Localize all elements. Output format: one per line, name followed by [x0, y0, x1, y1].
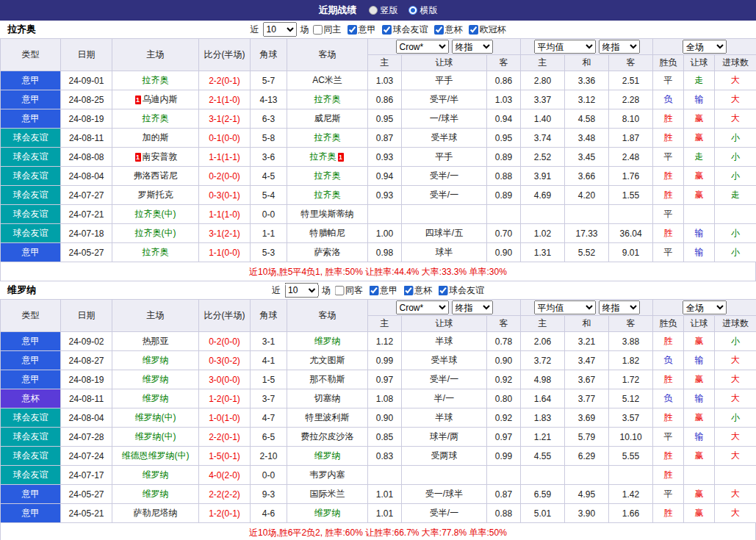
team-link[interactable]: 南安普敦 — [143, 151, 178, 162]
team-link[interactable]: 拉齐奥 — [143, 75, 169, 85]
match-score[interactable]: 0-2(0-0) — [199, 167, 251, 186]
team-link[interactable]: 拉齐奥 — [314, 132, 341, 143]
full-match-select[interactable]: 全场 — [683, 40, 727, 54]
match-score[interactable]: 2-1(1-0) — [199, 90, 251, 109]
team-link[interactable]: 维德恩维罗纳(中) — [122, 450, 190, 461]
match-score[interactable]: 2-2(0-1) — [199, 428, 251, 447]
filter-checkbox-champions-league[interactable]: 欧冠杯 — [469, 24, 506, 36]
home-team-cell[interactable]: 热那亚 — [112, 332, 199, 351]
checkbox-input[interactable] — [403, 286, 413, 295]
home-team-cell[interactable]: 维罗纳(中) — [112, 408, 199, 428]
match-score[interactable]: 1-5(0-1) — [199, 447, 251, 466]
away-team-cell[interactable]: 费拉尔皮沙洛 — [287, 428, 368, 447]
match-score[interactable]: 0-2(0-0) — [199, 332, 251, 351]
filter-checkbox-same-away[interactable]: 同客 — [334, 284, 363, 297]
team-link[interactable]: 维罗纳 — [143, 469, 169, 480]
team-link[interactable]: 切塞纳 — [314, 393, 341, 403]
away-team-cell[interactable]: 特里波利斯 — [287, 408, 368, 428]
home-team-cell[interactable]: 弗洛西诺尼 — [112, 167, 199, 186]
home-team-cell[interactable]: 萨勒尼塔纳 — [112, 504, 199, 523]
home-team-cell[interactable]: 拉齐奥(中) — [112, 205, 199, 224]
match-score[interactable]: 0-3(0-2) — [199, 351, 251, 370]
home-team-cell[interactable]: 维罗纳(中) — [112, 428, 199, 447]
match-score[interactable]: 2-2(0-1) — [199, 71, 251, 90]
avg-time-select[interactable]: 终指 — [599, 40, 640, 54]
away-team-cell[interactable]: 特里埃斯蒂纳 — [287, 205, 368, 224]
home-team-cell[interactable]: 拉齐奥(中) — [112, 224, 199, 243]
team-link[interactable]: 萨勒尼塔纳 — [134, 508, 178, 518]
match-count-select[interactable]: 10 — [263, 22, 297, 37]
odds-time-select[interactable]: 终指 — [452, 300, 493, 314]
team-link[interactable]: 维罗纳 — [143, 374, 169, 384]
filter-checkbox-coppa-italia[interactable]: 意杯 — [403, 284, 432, 297]
match-score[interactable]: 3-0(0-0) — [199, 370, 251, 389]
team-link[interactable]: 那不勒斯 — [310, 374, 345, 384]
home-team-cell[interactable]: 维罗纳 — [112, 370, 199, 389]
home-team-cell[interactable]: 1南安普敦 — [112, 148, 199, 167]
away-team-cell[interactable]: 那不勒斯 — [287, 370, 368, 389]
home-team-cell[interactable]: 1乌迪内斯 — [112, 90, 199, 109]
home-team-cell[interactable]: 拉齐奥 — [112, 109, 199, 129]
team-link[interactable]: 加的斯 — [143, 132, 169, 143]
team-link[interactable]: 特腊帕尼 — [310, 228, 345, 238]
home-team-cell[interactable]: 加的斯 — [112, 129, 199, 148]
odds-provider-select[interactable]: Crow* — [396, 300, 449, 314]
match-score[interactable]: 0-1(0-0) — [199, 129, 251, 148]
match-score[interactable]: 1-1(0-0) — [199, 243, 251, 262]
avg-time-select[interactable]: 终指 — [599, 300, 640, 314]
team-link[interactable]: 特里波利斯 — [306, 412, 350, 422]
team-link[interactable]: 拉齐奥(中) — [135, 209, 176, 219]
filter-checkbox-serie-a[interactable]: 意甲 — [369, 284, 397, 297]
team-link[interactable]: 拉齐奥 — [310, 151, 336, 162]
team-link[interactable]: 萨索洛 — [314, 247, 341, 257]
away-team-cell[interactable]: 拉齐奥1 — [287, 148, 368, 167]
away-team-cell[interactable]: 拉齐奥 — [287, 90, 368, 109]
team-link[interactable]: 热那亚 — [143, 336, 169, 346]
team-link[interactable]: 罗斯托克 — [138, 190, 173, 200]
team-link[interactable]: 维罗纳(中) — [135, 431, 176, 442]
checkbox-input[interactable] — [434, 25, 444, 35]
team-link[interactable]: 拉齐奥 — [314, 190, 341, 200]
match-score[interactable]: 3-1(2-1) — [199, 109, 251, 129]
home-team-cell[interactable]: 维罗纳 — [112, 466, 199, 485]
away-team-cell[interactable]: 威尼斯 — [287, 109, 368, 129]
team-link[interactable]: AC米兰 — [312, 75, 342, 85]
away-team-cell[interactable]: 拉齐奥 — [287, 167, 368, 186]
odds-provider-select[interactable]: Crow* — [396, 40, 449, 54]
away-team-cell[interactable]: 维罗纳 — [287, 447, 368, 466]
away-team-cell[interactable]: 拉齐奥 — [287, 186, 368, 205]
filter-checkbox-same-home[interactable]: 同主 — [313, 24, 342, 36]
team-link[interactable]: 维罗纳 — [143, 489, 169, 499]
match-score[interactable]: 1-1(1-1) — [199, 148, 251, 167]
match-score[interactable]: 3-1(2-1) — [199, 224, 251, 243]
full-match-select[interactable]: 全场 — [683, 300, 727, 314]
filter-checkbox-club-friendly[interactable]: 球会友谊 — [382, 24, 428, 36]
home-team-cell[interactable]: 维罗纳 — [112, 351, 199, 370]
team-link[interactable]: 乌迪内斯 — [143, 94, 178, 104]
away-team-cell[interactable]: 维罗纳 — [287, 504, 368, 523]
home-team-cell[interactable]: 拉齐奥 — [112, 243, 199, 262]
avg-odds-select[interactable]: 平均值 — [534, 40, 596, 54]
away-team-cell[interactable]: 韦罗内塞 — [287, 466, 368, 485]
home-team-cell[interactable]: 维德恩维罗纳(中) — [112, 447, 199, 466]
away-team-cell[interactable]: AC米兰 — [287, 71, 368, 90]
team-link[interactable]: 国际米兰 — [310, 489, 345, 499]
team-link[interactable]: 维罗纳 — [143, 355, 169, 365]
checkbox-input[interactable] — [313, 25, 323, 35]
team-link[interactable]: 维罗纳 — [314, 508, 341, 518]
home-team-cell[interactable]: 维罗纳 — [112, 389, 199, 408]
team-link[interactable]: 韦罗内塞 — [310, 469, 345, 480]
radio-vertical-layout[interactable]: 竖版 — [369, 4, 398, 17]
team-link[interactable]: 威尼斯 — [314, 113, 341, 123]
team-link[interactable]: 弗洛西诺尼 — [134, 170, 178, 181]
away-team-cell[interactable]: 维罗纳 — [287, 332, 368, 351]
team-link[interactable]: 拉齐奥 — [143, 247, 169, 257]
team-link[interactable]: 维罗纳 — [314, 450, 341, 461]
filter-checkbox-club-friendly[interactable]: 球会友谊 — [438, 284, 484, 297]
checkbox-input[interactable] — [369, 286, 378, 295]
checkbox-input[interactable] — [334, 286, 344, 295]
odds-time-select[interactable]: 终指 — [452, 40, 493, 54]
away-team-cell[interactable]: 国际米兰 — [287, 485, 368, 504]
away-team-cell[interactable]: 尤文图斯 — [287, 351, 368, 370]
match-score[interactable]: 1-2(0-1) — [199, 504, 251, 523]
